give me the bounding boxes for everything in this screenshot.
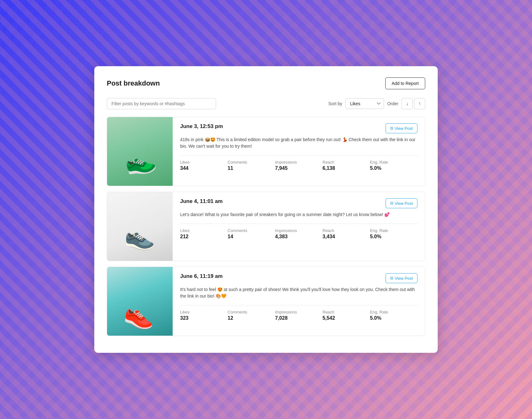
post-list: June 3, 12:53 pm ⧉ View Post 418s in pin… <box>107 117 425 342</box>
post-stats-3: Likes 323 Comments 12 Impressions 7,028 … <box>180 310 417 321</box>
post-image-1 <box>107 117 173 186</box>
toolbar: Sort by Likes Comments Impressions Reach… <box>107 98 425 109</box>
stat-eng-rate-1: Eng. Rate 5.0% <box>370 160 417 171</box>
stat-reach-1: Reach 6,138 <box>323 160 370 171</box>
stat-comments-3: Comments 12 <box>228 310 275 321</box>
post-header-row-3: June 6, 11:19 am ⧉ View Post <box>180 273 417 283</box>
external-link-icon-3: ⧉ <box>390 276 393 281</box>
stat-likes-3: Likes 323 <box>180 310 228 321</box>
post-text-3: It's hard not to feel 😍 at such a pretty… <box>180 286 417 299</box>
add-to-report-button[interactable]: Add to Report <box>385 77 425 89</box>
sort-desc-icon: ↓ <box>406 101 408 106</box>
post-breakdown-card: Post breakdown Add to Report Sort by Lik… <box>94 66 438 353</box>
view-post-button-2[interactable]: ⧉ View Post <box>386 198 417 208</box>
post-item-3: June 6, 11:19 am ⧉ View Post It's hard n… <box>107 267 425 336</box>
sort-select[interactable]: Likes Comments Impressions Reach Eng. Ra… <box>345 98 384 109</box>
external-link-icon-2: ⧉ <box>390 201 393 206</box>
view-post-button-1[interactable]: ⧉ View Post <box>386 123 417 133</box>
post-date-3: June 6, 11:19 am <box>180 273 223 279</box>
post-image-2 <box>107 192 173 261</box>
post-image-3 <box>107 267 173 336</box>
filter-input[interactable] <box>107 98 216 109</box>
external-link-icon: ⧉ <box>390 126 393 131</box>
view-post-button-3[interactable]: ⧉ View Post <box>386 273 417 283</box>
post-item-2: June 4, 11:01 am ⧉ View Post Let's dance… <box>107 192 425 261</box>
stat-impressions-1: Impressions 7,945 <box>275 160 323 171</box>
post-item: June 3, 12:53 pm ⧉ View Post 418s in pin… <box>107 117 425 186</box>
post-stats-2: Likes 212 Comments 14 Impressions 4,383 … <box>180 228 417 239</box>
stat-impressions-3: Impressions 7,028 <box>275 310 323 321</box>
post-stats-1: Likes 344 Comments 11 Impressions 7,945 … <box>180 160 417 171</box>
stat-impressions-2: Impressions 4,383 <box>275 228 323 239</box>
order-asc-button[interactable]: ↑ <box>414 98 425 109</box>
order-desc-button[interactable]: ↓ <box>401 98 413 109</box>
stat-likes-2: Likes 212 <box>180 228 228 239</box>
page-title: Post breakdown <box>107 79 160 87</box>
sort-asc-icon: ↑ <box>418 101 421 106</box>
stat-reach-3: Reach 5,542 <box>323 310 370 321</box>
order-buttons: ↓ ↑ <box>401 98 425 109</box>
post-date-1: June 3, 12:53 pm <box>180 123 223 130</box>
order-label: Order <box>387 101 398 106</box>
post-content-3: June 6, 11:19 am ⧉ View Post It's hard n… <box>173 267 425 336</box>
stat-eng-rate-3: Eng. Rate 5.0% <box>370 310 417 321</box>
post-text-1: 418s in pink 📦🤩 This is a limited editio… <box>180 136 417 150</box>
sort-label: Sort by <box>328 101 342 106</box>
post-header-row-2: June 4, 11:01 am ⧉ View Post <box>180 198 417 208</box>
card-header: Post breakdown Add to Report <box>107 77 425 89</box>
stat-reach-2: Reach 3,434 <box>323 228 370 239</box>
post-date-2: June 4, 11:01 am <box>180 198 223 205</box>
post-divider-1 <box>180 155 417 155</box>
stat-comments-1: Comments 11 <box>228 160 275 171</box>
post-divider-3 <box>180 305 417 305</box>
stat-eng-rate-2: Eng. Rate 5.0% <box>370 228 417 239</box>
post-divider-2 <box>180 224 417 224</box>
stat-comments-2: Comments 14 <box>228 228 275 239</box>
post-content-2: June 4, 11:01 am ⧉ View Post Let's dance… <box>173 192 425 261</box>
post-text-2: Let's dance! What is your favorite pair … <box>180 211 417 218</box>
post-content-1: June 3, 12:53 pm ⧉ View Post 418s in pin… <box>173 117 425 186</box>
sort-section: Sort by Likes Comments Impressions Reach… <box>328 98 425 109</box>
post-header-row-1: June 3, 12:53 pm ⧉ View Post <box>180 123 417 133</box>
stat-likes-1: Likes 344 <box>180 160 228 171</box>
